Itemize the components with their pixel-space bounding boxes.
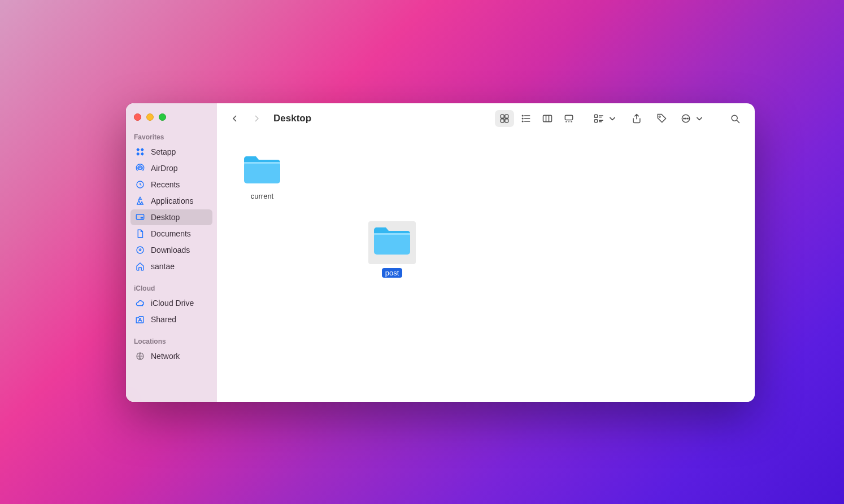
- airdrop-icon: [135, 163, 145, 173]
- sidebar-item-label: santae: [151, 262, 175, 271]
- sidebar-item-label: AirDrop: [151, 164, 177, 173]
- folder-icon: [242, 154, 282, 186]
- sidebar-item-label: Recents: [151, 180, 180, 189]
- close-button[interactable]: [134, 113, 141, 121]
- more-button[interactable]: [677, 110, 708, 127]
- sidebar-item-setapp[interactable]: Setapp: [130, 144, 212, 160]
- shared-folder-icon: [135, 314, 145, 325]
- forward-button[interactable]: [249, 111, 264, 126]
- window-controls: [130, 111, 212, 131]
- view-switcher: [495, 110, 578, 127]
- sidebar-item-airdrop[interactable]: AirDrop: [130, 160, 212, 176]
- sidebar-item-label: iCloud Drive: [151, 299, 194, 308]
- window-title: Desktop: [273, 113, 311, 124]
- minimize-button[interactable]: [146, 113, 154, 121]
- sidebar-item-home[interactable]: santae: [130, 258, 212, 274]
- search-button[interactable]: [725, 110, 745, 127]
- view-list-button[interactable]: [516, 110, 536, 127]
- sidebar-item-documents[interactable]: Documents: [130, 226, 212, 242]
- view-gallery-button[interactable]: [559, 110, 578, 127]
- sidebar-item-label: Applications: [151, 196, 194, 205]
- chevron-down-icon: [607, 113, 618, 124]
- sidebar-item-applications[interactable]: Applications: [130, 193, 212, 209]
- sidebar-section-locations: Locations Network: [130, 335, 212, 364]
- file-label: post: [382, 268, 403, 278]
- sidebar-section-label: iCloud: [130, 282, 212, 295]
- tag-button[interactable]: [652, 110, 671, 127]
- applications-icon: [135, 196, 145, 206]
- downloads-icon: [135, 245, 145, 255]
- sidebar-item-label: Shared: [151, 315, 176, 324]
- sidebar-section-favorites: Favorites Setapp AirDrop Recents Applica…: [130, 131, 212, 274]
- documents-icon: [135, 229, 145, 239]
- folder-post[interactable]: post: [364, 221, 420, 278]
- sidebar-section-label: Favorites: [130, 131, 212, 143]
- toolbar: Desktop: [217, 103, 755, 134]
- desktop-icon: [135, 212, 145, 222]
- sidebar-section-icloud: iCloud iCloud Drive Shared: [130, 282, 212, 327]
- sidebar: Favorites Setapp AirDrop Recents Applica…: [126, 103, 217, 402]
- back-button[interactable]: [227, 111, 243, 126]
- folder-current[interactable]: current: [234, 154, 290, 201]
- clock-icon: [135, 179, 145, 190]
- sidebar-item-shared[interactable]: Shared: [130, 312, 212, 327]
- sidebar-item-downloads[interactable]: Downloads: [130, 242, 212, 258]
- sidebar-section-label: Locations: [130, 335, 212, 348]
- home-icon: [135, 261, 145, 271]
- finder-window: Favorites Setapp AirDrop Recents Applica…: [126, 103, 755, 402]
- sidebar-item-label: Desktop: [151, 213, 180, 222]
- setapp-icon: [135, 147, 145, 157]
- view-column-button[interactable]: [538, 110, 557, 127]
- fullscreen-button[interactable]: [159, 113, 166, 121]
- file-grid[interactable]: current post: [217, 134, 755, 402]
- sidebar-item-network[interactable]: Network: [130, 348, 212, 364]
- sidebar-item-label: Network: [151, 352, 180, 361]
- file-label: current: [249, 191, 276, 201]
- sidebar-item-icloud-drive[interactable]: iCloud Drive: [130, 295, 212, 311]
- sidebar-item-label: Downloads: [151, 246, 190, 255]
- chevron-down-icon: [694, 113, 705, 124]
- sidebar-item-desktop[interactable]: Desktop: [130, 209, 212, 225]
- sidebar-item-label: Documents: [151, 229, 191, 238]
- sidebar-item-recents[interactable]: Recents: [130, 177, 212, 192]
- group-button[interactable]: [590, 110, 621, 127]
- sidebar-item-label: Setapp: [151, 147, 176, 156]
- cloud-icon: [135, 298, 145, 308]
- share-button[interactable]: [627, 110, 646, 127]
- toolbar-actions: [590, 110, 708, 127]
- view-icon-button[interactable]: [495, 110, 514, 127]
- network-icon: [135, 351, 145, 361]
- folder-icon: [372, 225, 412, 257]
- main-pane: Desktop: [217, 103, 755, 402]
